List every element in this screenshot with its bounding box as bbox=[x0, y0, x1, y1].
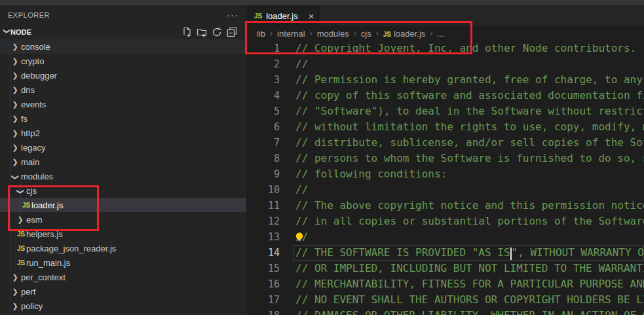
lightbulb-icon[interactable] bbox=[294, 231, 305, 243]
code-line-text[interactable]: // OR IMPLIED, INCLUDING BUT NOT LIMITED… bbox=[280, 261, 644, 276]
code-line-5[interactable]: 5// "Software"), to deal in the Software… bbox=[246, 103, 644, 119]
code-line-8[interactable]: 8// persons to whom the Software is furn… bbox=[246, 151, 644, 166]
new-file-icon[interactable] bbox=[181, 27, 192, 37]
code-line-1[interactable]: 1// Copyright Joyent, Inc. and other Nod… bbox=[246, 41, 644, 56]
tab-loader-js[interactable]: JS loader.js × bbox=[246, 5, 320, 26]
tree-item-run-main-js[interactable]: JSrun_main.js bbox=[0, 255, 246, 270]
node-section-header[interactable]: ❯ NODE bbox=[0, 25, 246, 39]
tree-item-label: fs bbox=[21, 114, 28, 124]
tree-item-perf[interactable]: ❯perf bbox=[0, 284, 246, 299]
chevron-right-icon: ❯ bbox=[9, 43, 21, 51]
tree-item-label: per_context bbox=[21, 272, 66, 282]
explorer-more-actions-icon[interactable]: ··· bbox=[227, 12, 238, 18]
breadcrumb-separator-icon: › bbox=[430, 29, 432, 38]
file-tree: ❯console❯crypto❯debugger❯dns❯events❯fs❯h… bbox=[0, 39, 246, 312]
breadcrumb-separator-icon: › bbox=[310, 29, 313, 38]
code-editor[interactable]: 1// Copyright Joyent, Inc. and other Nod… bbox=[246, 41, 644, 315]
code-line-text[interactable]: // copy of this software and associated … bbox=[280, 88, 644, 103]
code-line-17[interactable]: 17// NO EVENT SHALL THE AUTHORS OR COPYR… bbox=[246, 292, 644, 308]
tree-item-main[interactable]: ❯main bbox=[0, 155, 246, 169]
code-line-text[interactable]: // Permission is hereby granted, free of… bbox=[280, 72, 644, 88]
code-line-text[interactable]: // The above copyright notice and this p… bbox=[280, 198, 644, 213]
code-line-12[interactable]: 12// in all copies or substantial portio… bbox=[246, 213, 644, 229]
tree-item-debugger[interactable]: ❯debugger bbox=[0, 68, 246, 83]
tree-item-label: esm bbox=[26, 215, 43, 225]
line-number: 18 bbox=[246, 308, 280, 315]
breadcrumb-label: internal bbox=[277, 29, 305, 39]
tree-item-legacy[interactable]: ❯legacy bbox=[0, 140, 246, 155]
js-file-icon: JS bbox=[383, 31, 391, 38]
breadcrumb-item-loaderjs[interactable]: JSloader.js bbox=[383, 29, 426, 39]
line-number: 1 bbox=[246, 41, 280, 56]
code-line-18[interactable]: 18// DAMAGES OR OTHER LIABILITY, WHETHER… bbox=[246, 308, 644, 315]
code-line-11[interactable]: 11// The above copyright notice and this… bbox=[246, 198, 644, 213]
code-line-7[interactable]: 7// distribute, sublicense, and/or sell … bbox=[246, 135, 644, 151]
line-number: 13 bbox=[246, 229, 280, 245]
tab-close-icon[interactable]: × bbox=[309, 10, 314, 22]
code-line-text[interactable]: // following conditions: bbox=[280, 166, 447, 182]
tree-item-helpers-js[interactable]: JShelpers.js bbox=[0, 227, 246, 241]
tree-item-events[interactable]: ❯events bbox=[0, 97, 246, 111]
code-line-16[interactable]: 16// MERCHANTABILITY, FITNESS FOR A PART… bbox=[246, 276, 644, 292]
tree-item-dns[interactable]: ❯dns bbox=[0, 83, 246, 97]
code-line-text[interactable]: // DAMAGES OR OTHER LIABILITY, WHETHER I… bbox=[280, 308, 644, 315]
code-line-text[interactable]: // Copyright Joyent, Inc. and other Node… bbox=[280, 41, 636, 56]
new-folder-icon[interactable] bbox=[197, 27, 207, 37]
tree-item-modules[interactable]: ❯modules bbox=[0, 169, 246, 183]
tree-item-policy[interactable]: ❯policy bbox=[0, 299, 246, 312]
breadcrumb-item-internal[interactable]: internal bbox=[277, 29, 305, 39]
code-line-text[interactable]: // "Software"), to deal in the Software … bbox=[280, 103, 644, 119]
code-line-9[interactable]: 9// following conditions: bbox=[246, 166, 644, 182]
breadcrumb-item-lib[interactable]: lib bbox=[257, 29, 265, 39]
breadcrumb-item-[interactable]: ... bbox=[437, 29, 444, 39]
code-line-14[interactable]: 14// THE SOFTWARE IS PROVIDED "AS IS", W… bbox=[246, 245, 644, 261]
tree-item-label: events bbox=[21, 100, 46, 109]
tree-item-package-json-reader-js[interactable]: JSpackage_json_reader.js bbox=[0, 241, 246, 255]
tree-item-esm[interactable]: ❯esm bbox=[0, 212, 246, 227]
breadcrumb-item-modules[interactable]: modules bbox=[317, 29, 349, 39]
line-number: 14 bbox=[246, 245, 280, 261]
code-line-text[interactable]: // bbox=[280, 182, 308, 198]
js-file-icon: JS bbox=[17, 245, 26, 252]
tree-item-fs[interactable]: ❯fs bbox=[0, 111, 246, 126]
collapse-all-icon[interactable] bbox=[227, 27, 237, 37]
tree-item-cjs[interactable]: ❯cjs bbox=[0, 183, 246, 198]
code-line-text[interactable]: // persons to whom the Software is furni… bbox=[280, 151, 644, 166]
tree-item-label: modules bbox=[21, 172, 53, 181]
code-line-text[interactable]: // without limitation the rights to use,… bbox=[280, 119, 644, 135]
window-title-strip bbox=[0, 0, 644, 5]
section-actions bbox=[181, 27, 237, 37]
chevron-right-icon: ❯ bbox=[9, 115, 21, 123]
line-number: 10 bbox=[246, 182, 280, 198]
vscode-window: EXPLORER ··· ❯ NODE bbox=[0, 0, 644, 315]
code-line-15[interactable]: 15// OR IMPLIED, INCLUDING BUT NOT LIMIT… bbox=[246, 261, 644, 276]
code-line-2[interactable]: 2// bbox=[246, 56, 644, 72]
tree-item-console[interactable]: ❯console bbox=[0, 39, 246, 54]
line-number: 2 bbox=[246, 56, 280, 72]
tree-item-crypto[interactable]: ❯crypto bbox=[0, 54, 246, 68]
tree-item-loader-js[interactable]: JSloader.js bbox=[0, 198, 246, 212]
code-line-text[interactable]: // THE SOFTWARE IS PROVIDED "AS IS", WIT… bbox=[280, 245, 644, 261]
code-line-text[interactable]: // MERCHANTABILITY, FITNESS FOR A PARTIC… bbox=[280, 276, 644, 292]
tree-item-per-context[interactable]: ❯per_context bbox=[0, 270, 246, 284]
line-number: 6 bbox=[246, 119, 280, 135]
code-line-6[interactable]: 6// without limitation the rights to use… bbox=[246, 119, 644, 135]
js-file-icon: JS bbox=[22, 202, 31, 209]
code-line-text[interactable]: // NO EVENT SHALL THE AUTHORS OR COPYRIG… bbox=[280, 292, 644, 308]
breadcrumb-label: loader.js bbox=[394, 29, 425, 39]
code-line-3[interactable]: 3// Permission is hereby granted, free o… bbox=[246, 72, 644, 88]
tree-item-label: run_main.js bbox=[26, 258, 70, 268]
code-line-text[interactable]: // distribute, sublicense, and/or sell c… bbox=[280, 135, 644, 151]
code-line-text[interactable]: // in all copies or substantial portions… bbox=[280, 213, 644, 229]
refresh-icon[interactable] bbox=[212, 27, 222, 37]
editor-area: JS loader.js × lib›internal›modules›cjs›… bbox=[246, 5, 644, 315]
code-line-4[interactable]: 4// copy of this software and associated… bbox=[246, 88, 644, 103]
code-line-text[interactable]: // bbox=[280, 56, 308, 72]
code-line-13[interactable]: 13// bbox=[246, 229, 644, 245]
line-number: 15 bbox=[246, 261, 280, 276]
line-number: 3 bbox=[246, 72, 280, 88]
code-line-10[interactable]: 10// bbox=[246, 182, 644, 198]
tree-item-http2[interactable]: ❯http2 bbox=[0, 126, 246, 140]
breadcrumb-item-cjs[interactable]: cjs bbox=[361, 29, 371, 39]
section-chevron-icon: ❯ bbox=[3, 28, 10, 36]
